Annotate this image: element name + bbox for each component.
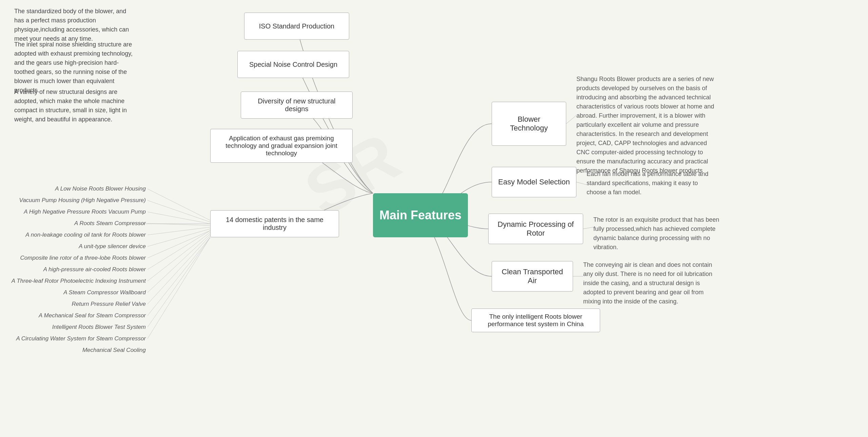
patent-item: Vacuum Pump Housing (High Negative Press… — [10, 195, 146, 206]
svg-line-9 — [147, 227, 210, 235]
patents-node: 14 domestic patents in the same industry — [210, 210, 339, 237]
patents-label: 14 domestic patents in the same industry — [215, 216, 334, 232]
center-label: Main Features — [379, 208, 461, 222]
exhaust-node: Application of exhaust gas premixing tec… — [210, 129, 353, 163]
center-node: Main Features — [373, 193, 468, 237]
blower-technology-node: Blower Technology — [492, 102, 566, 146]
svg-line-12 — [147, 231, 210, 270]
clean-air-label: Clean Transported Air — [498, 267, 567, 285]
dynamic-rotor-node: Dynamic Processing of Rotor — [488, 214, 583, 244]
iso-desc: The standardized body of the blower, and… — [14, 7, 133, 43]
clean-air-desc: The conveying air is clean and does not … — [583, 260, 719, 306]
svg-line-16 — [147, 237, 210, 316]
patent-item: A Three-leaf Rotor Photoelectric Indexin… — [10, 275, 146, 287]
intelligent-label: The only intelligent Roots blower perfor… — [478, 313, 594, 328]
easy-model-desc: Each fan model has a performance table a… — [587, 170, 715, 197]
patent-item: A Circulating Water System for Steam Com… — [10, 333, 146, 356]
dynamic-rotor-label: Dynamic Processing of Rotor — [495, 220, 577, 238]
iso-label: ISO Standard Production — [259, 22, 334, 30]
svg-line-17 — [147, 237, 210, 327]
diversity-label: Diversity of new structural designs — [246, 97, 348, 113]
easy-model-label: Easy Model Selection — [498, 178, 570, 186]
svg-line-18 — [147, 237, 210, 339]
patent-item: A Steam Compressor Wallboard — [10, 287, 146, 298]
patent-item: Return Pressure Relief Valve — [10, 298, 146, 310]
svg-line-6 — [147, 200, 210, 222]
svg-line-10 — [147, 229, 210, 246]
patent-item: A High Negative Pressure Roots Vacuum Pu… — [10, 206, 146, 218]
exhaust-label: Application of exhaust gas premixing tec… — [215, 135, 348, 157]
diversity-desc: A variety of new structural designs are … — [14, 87, 133, 124]
svg-line-1 — [576, 182, 587, 185]
svg-line-7 — [147, 212, 210, 224]
iso-node: ISO Standard Production — [244, 13, 349, 40]
diversity-node: Diversity of new structural designs — [241, 92, 353, 119]
patent-item: Intelligent Roots Blower Test System — [10, 321, 146, 333]
svg-line-2 — [583, 227, 593, 229]
patent-item: A high-pressure air-cooled Roots blower — [10, 264, 146, 275]
clean-air-node: Clean Transported Air — [492, 261, 573, 292]
noise-label: Special Noise Control Design — [249, 61, 337, 68]
intelligent-node: The only intelligent Roots blower perfor… — [471, 309, 600, 332]
svg-line-15 — [147, 236, 210, 304]
blower-technology-label: Blower Technology — [510, 115, 548, 133]
patent-item: A non-leakage cooling oil tank for Roots… — [10, 229, 146, 241]
patent-item: A Low Noise Roots Blower Housing — [10, 183, 146, 195]
svg-line-8 — [147, 223, 210, 225]
patent-item: Composite line rotor of a three-lobe Roo… — [10, 252, 146, 264]
blower-technology-desc: Shangu Roots Blower products are a serie… — [576, 75, 719, 175]
patent-list: A Low Noise Roots Blower Housing Vacuum … — [10, 183, 146, 356]
patent-item: A unit-type silencer device — [10, 241, 146, 252]
dynamic-rotor-desc: The rotor is an exquisite product that h… — [593, 215, 722, 252]
easy-model-node: Easy Model Selection — [492, 167, 576, 197]
noise-node: Special Noise Control Design — [237, 51, 349, 78]
patent-item: A Roots Steam Compressor — [10, 218, 146, 229]
svg-line-5 — [147, 189, 210, 220]
noise-desc: The inlet spiral noise shielding structu… — [14, 40, 133, 95]
svg-line-13 — [147, 232, 210, 281]
svg-line-11 — [147, 231, 210, 258]
patent-item: A Mechanical Seal for Steam Compressor — [10, 310, 146, 321]
svg-line-14 — [147, 234, 210, 293]
svg-line-0 — [566, 115, 576, 124]
